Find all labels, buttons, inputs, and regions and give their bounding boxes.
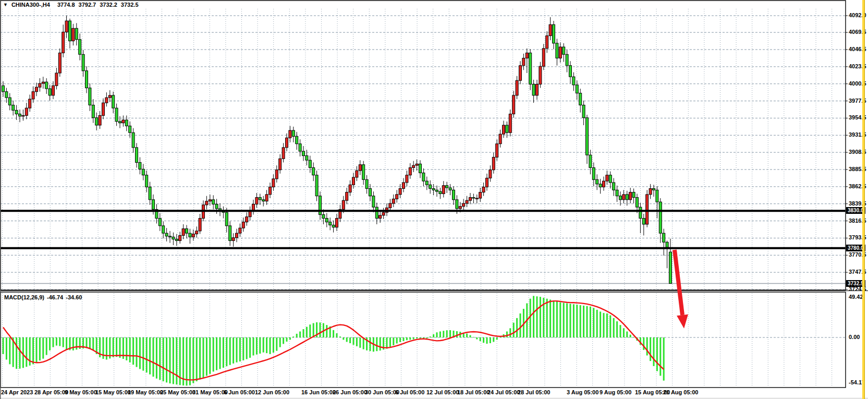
macd-histogram-bar bbox=[209, 337, 211, 374]
candle-body bbox=[369, 188, 372, 196]
macd-histogram-bar bbox=[92, 337, 94, 350]
macd-histogram-bar bbox=[616, 321, 618, 337]
down-arrow-head[interactable] bbox=[677, 315, 688, 329]
macd-histogram-bar bbox=[516, 318, 518, 337]
candle-body bbox=[255, 198, 258, 204]
candle-body bbox=[525, 53, 528, 58]
down-arrow-shaft[interactable] bbox=[675, 250, 682, 315]
candle-body bbox=[55, 73, 58, 86]
candle-body bbox=[636, 198, 639, 208]
candle-body bbox=[162, 226, 165, 233]
macd-histogram-bar bbox=[173, 337, 174, 384]
macd-signal-line bbox=[3, 301, 664, 380]
candle-body bbox=[329, 222, 332, 225]
time-tick-label: 6 Jul 05:00 bbox=[395, 389, 424, 395]
macd-histogram-bar bbox=[142, 337, 144, 371]
candle-body bbox=[479, 192, 482, 198]
candle-body bbox=[172, 237, 175, 239]
candle-body bbox=[275, 170, 278, 179]
candle-body bbox=[145, 175, 148, 187]
candle-body bbox=[336, 219, 338, 227]
candle-body bbox=[529, 53, 532, 84]
candle-body bbox=[475, 198, 478, 199]
macd-histogram-bar bbox=[396, 337, 398, 344]
macd-histogram-bar bbox=[89, 337, 91, 349]
macd-histogram-bar bbox=[613, 318, 615, 337]
macd-histogram-bar bbox=[22, 337, 24, 368]
candle-body bbox=[466, 200, 468, 203]
macd-histogram-bar bbox=[226, 337, 227, 366]
macd-histogram-bar bbox=[169, 337, 171, 383]
macd-histogram-bar bbox=[339, 336, 341, 337]
macd-histogram-bar bbox=[433, 334, 434, 337]
time-tick-label: 30 Jun 05:00 bbox=[365, 389, 399, 395]
candle-body bbox=[12, 105, 15, 110]
candle-body bbox=[606, 175, 608, 181]
candle-body bbox=[639, 207, 642, 218]
macd-histogram-bar bbox=[646, 337, 648, 356]
macd-histogram-bar bbox=[490, 337, 491, 343]
macd-histogram-bar bbox=[192, 337, 194, 383]
macd-histogram-bar bbox=[246, 337, 248, 359]
macd-histogram-bar bbox=[559, 303, 561, 337]
quote-low: 3732.2 bbox=[100, 2, 117, 8]
chart-dropdown-icon[interactable]: ▼ bbox=[3, 2, 8, 7]
candle-body bbox=[225, 212, 228, 226]
candle-body bbox=[182, 229, 185, 236]
candle-body bbox=[509, 114, 511, 133]
candle-body bbox=[82, 54, 84, 70]
macd-histogram-bar bbox=[19, 337, 21, 369]
macd-histogram-bar bbox=[59, 337, 60, 346]
macd-histogram-bar bbox=[353, 337, 354, 345]
time-tick-label: 18 Jul 05:00 bbox=[457, 389, 490, 395]
macd-histogram-bar bbox=[163, 337, 164, 381]
macd-histogram-bar bbox=[253, 337, 254, 356]
candle-body bbox=[576, 85, 578, 93]
time-tick-label: 25 May 05:00 bbox=[160, 389, 195, 395]
candle-body bbox=[32, 92, 34, 99]
candle-body bbox=[139, 162, 141, 169]
macd-histogram-bar bbox=[320, 322, 321, 337]
candle-body bbox=[332, 225, 335, 227]
macd-histogram-bar bbox=[509, 328, 511, 337]
candle-body bbox=[596, 179, 598, 184]
macd-histogram-bar bbox=[236, 337, 238, 362]
candle-body bbox=[309, 160, 311, 167]
macd-histogram-bar bbox=[239, 337, 241, 361]
macd-histogram-bar bbox=[189, 337, 191, 385]
candle-body bbox=[346, 192, 348, 201]
candle-body bbox=[2, 86, 5, 91]
candlestick-plot[interactable] bbox=[0, 0, 868, 399]
symbol-period-label: CHINA300-,H4 bbox=[11, 2, 50, 8]
macd-histogram-bar bbox=[609, 316, 611, 337]
macd-histogram-bar bbox=[496, 337, 498, 340]
candle-body bbox=[499, 134, 502, 144]
candle-body bbox=[279, 159, 282, 170]
candle-body bbox=[592, 167, 595, 179]
macd-histogram-bar bbox=[86, 337, 88, 348]
candle-body bbox=[663, 233, 665, 242]
candle-body bbox=[492, 157, 495, 170]
macd-histogram-bar bbox=[566, 304, 568, 337]
candle-body bbox=[58, 53, 61, 73]
candle-body bbox=[229, 226, 231, 241]
macd-histogram-bar bbox=[56, 337, 57, 346]
macd-histogram-bar bbox=[263, 337, 264, 353]
macd-histogram-bar bbox=[506, 331, 508, 337]
macd-histogram-bar bbox=[306, 327, 308, 337]
macd-histogram-bar bbox=[136, 337, 138, 367]
macd-histogram-bar bbox=[106, 337, 107, 359]
macd-histogram-bar bbox=[409, 337, 411, 340]
candle-body bbox=[179, 235, 181, 240]
macd-histogram-bar bbox=[570, 304, 571, 337]
candle-body bbox=[439, 191, 442, 194]
candle-body bbox=[272, 179, 275, 187]
time-tick-label: 26 Jun 05:00 bbox=[333, 389, 367, 395]
macd-histogram-bar bbox=[39, 337, 41, 360]
candle-body bbox=[42, 82, 44, 83]
time-tick-label: 12 Jul 05:00 bbox=[426, 389, 459, 395]
macd-histogram-bar bbox=[403, 337, 405, 341]
macd-histogram-bar bbox=[513, 323, 515, 337]
candle-body bbox=[429, 185, 432, 188]
candle-body bbox=[186, 229, 188, 234]
